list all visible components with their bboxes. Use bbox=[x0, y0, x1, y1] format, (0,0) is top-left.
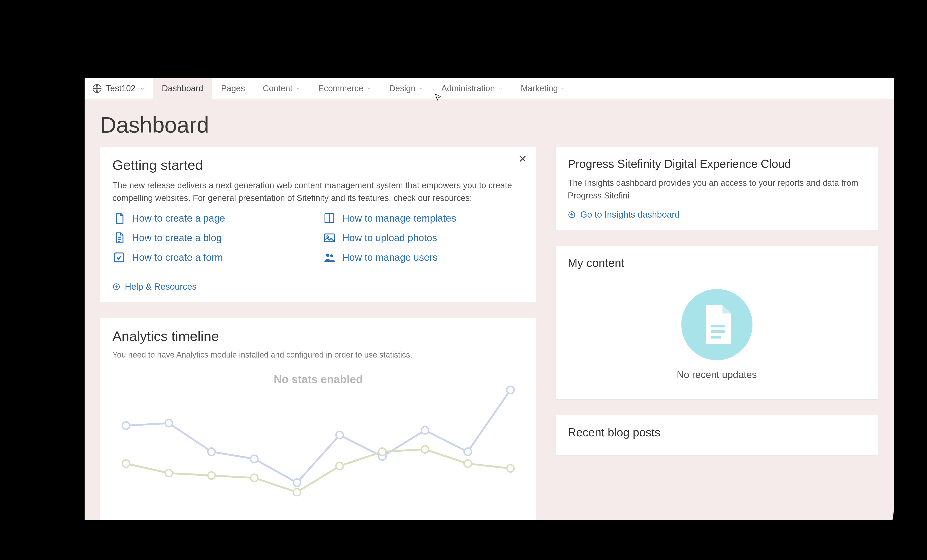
dec-card: Progress Sitefinity Digital Experience C… bbox=[556, 147, 878, 230]
svg-point-20 bbox=[208, 472, 215, 479]
link-create-page[interactable]: How to create a page bbox=[112, 212, 314, 225]
nav-administration[interactable]: Administration bbox=[432, 78, 512, 99]
nav-label: Design bbox=[389, 83, 416, 93]
getting-started-card: Getting started The new release delivers… bbox=[100, 147, 536, 302]
col-right: Progress Sitefinity Digital Experience C… bbox=[556, 147, 878, 520]
close-icon bbox=[518, 154, 527, 163]
card-title: My content bbox=[568, 256, 866, 269]
link-label: How to create a blog bbox=[132, 232, 222, 243]
help-resources-link[interactable]: Help & Resources bbox=[112, 282, 524, 292]
nav-pages[interactable]: Pages bbox=[212, 78, 254, 99]
nav-label: Content bbox=[263, 83, 292, 93]
link-label: Help & Resources bbox=[125, 282, 196, 292]
columns: Getting started The new release delivers… bbox=[100, 147, 878, 520]
page-title: Dashboard bbox=[100, 112, 878, 138]
close-button[interactable] bbox=[518, 154, 527, 164]
top-nav: Test102 Dashboard Pages Content Ecommerc… bbox=[85, 78, 894, 99]
globe-icon bbox=[92, 83, 102, 93]
svg-point-25 bbox=[421, 446, 429, 453]
svg-point-24 bbox=[378, 448, 386, 455]
site-name: Test102 bbox=[106, 83, 135, 93]
empty-label: No recent updates bbox=[677, 369, 757, 380]
link-manage-users[interactable]: How to manage users bbox=[323, 251, 524, 264]
nav-design[interactable]: Design bbox=[380, 78, 432, 99]
help-links: How to create a page How to create a blo… bbox=[112, 212, 524, 264]
nav-marketing[interactable]: Marketing bbox=[512, 78, 575, 99]
card-subtitle: You need to have Analytics module instal… bbox=[112, 350, 524, 360]
svg-rect-29 bbox=[711, 325, 725, 328]
link-label: How to upload photos bbox=[342, 232, 437, 243]
svg-point-11 bbox=[251, 455, 258, 463]
analytics-chart: No stats enabled bbox=[112, 367, 524, 513]
nav-label: Dashboard bbox=[162, 83, 203, 93]
svg-rect-30 bbox=[711, 330, 725, 333]
link-label: Go to Insights dashboard bbox=[580, 209, 680, 220]
card-intro: The new release delivers a next generati… bbox=[112, 179, 524, 205]
device-frame: Test102 Dashboard Pages Content Ecommerc… bbox=[33, 13, 894, 547]
insights-dashboard-link[interactable]: Go to Insights dashboard bbox=[568, 209, 866, 220]
users-icon bbox=[323, 251, 336, 264]
svg-point-9 bbox=[165, 420, 172, 427]
analytics-card: Analytics timeline You need to have Anal… bbox=[100, 318, 536, 520]
svg-point-18 bbox=[122, 460, 130, 467]
svg-point-26 bbox=[464, 460, 471, 467]
photo-icon bbox=[323, 231, 336, 244]
chart-svg bbox=[112, 367, 524, 513]
svg-point-21 bbox=[251, 474, 258, 481]
chevron-down-icon bbox=[140, 86, 145, 91]
nav-label: Marketing bbox=[521, 83, 558, 93]
document-icon bbox=[700, 305, 734, 344]
blog-icon bbox=[112, 231, 126, 244]
link-create-form[interactable]: How to create a form bbox=[112, 251, 314, 264]
form-icon bbox=[112, 251, 126, 264]
svg-point-23 bbox=[336, 462, 343, 470]
svg-point-19 bbox=[165, 469, 172, 477]
nav-dashboard[interactable]: Dashboard bbox=[153, 78, 212, 99]
nav-label: Administration bbox=[441, 83, 495, 93]
chevron-down-icon bbox=[561, 86, 566, 91]
arrow-right-circle-icon bbox=[568, 211, 576, 219]
site-switcher[interactable]: Test102 bbox=[85, 78, 153, 99]
svg-rect-31 bbox=[711, 336, 721, 338]
link-manage-templates[interactable]: How to manage templates bbox=[323, 212, 524, 225]
card-title: Progress Sitefinity Digital Experience C… bbox=[568, 157, 866, 170]
svg-point-8 bbox=[122, 422, 130, 429]
svg-point-17 bbox=[507, 386, 514, 394]
nav-label: Pages bbox=[221, 83, 245, 93]
app-viewport: Test102 Dashboard Pages Content Ecommerc… bbox=[85, 78, 894, 520]
nav-content[interactable]: Content bbox=[254, 78, 309, 99]
svg-point-12 bbox=[293, 479, 301, 486]
svg-point-13 bbox=[336, 431, 343, 439]
svg-point-15 bbox=[421, 427, 429, 434]
svg-rect-1 bbox=[115, 253, 123, 262]
link-label: How to create a form bbox=[132, 252, 223, 263]
chevron-down-icon bbox=[498, 86, 503, 91]
empty-state: No recent updates bbox=[568, 276, 866, 389]
no-stats-label: No stats enabled bbox=[112, 373, 524, 386]
chevron-down-icon bbox=[419, 86, 424, 91]
nav-label: Ecommerce bbox=[318, 83, 363, 93]
link-label: How to manage users bbox=[342, 252, 438, 263]
link-create-blog[interactable]: How to create a blog bbox=[112, 231, 314, 244]
page: Dashboard Getting started The new releas… bbox=[85, 99, 894, 520]
card-title: Recent blog posts bbox=[568, 426, 866, 439]
svg-point-6 bbox=[330, 254, 333, 257]
card-title: Getting started bbox=[112, 157, 524, 173]
my-content-card: My content No recent updates bbox=[556, 246, 878, 399]
svg-point-5 bbox=[326, 253, 330, 257]
recent-blog-card: Recent blog posts bbox=[556, 415, 878, 456]
nav-ecommerce[interactable]: Ecommerce bbox=[309, 78, 380, 99]
svg-point-27 bbox=[507, 465, 514, 472]
link-upload-photos[interactable]: How to upload photos bbox=[323, 231, 524, 244]
chevron-down-icon bbox=[296, 86, 301, 91]
chevron-down-icon bbox=[366, 86, 371, 91]
arrow-right-circle-icon bbox=[112, 283, 120, 291]
svg-point-10 bbox=[208, 448, 215, 455]
card-desc: The Insights dashboard provides you an a… bbox=[568, 177, 866, 202]
page-icon bbox=[112, 212, 126, 225]
link-label: How to manage templates bbox=[342, 213, 456, 224]
template-icon bbox=[323, 212, 336, 225]
svg-point-16 bbox=[464, 448, 471, 455]
svg-point-22 bbox=[293, 489, 301, 496]
col-left: Getting started The new release delivers… bbox=[100, 147, 536, 520]
